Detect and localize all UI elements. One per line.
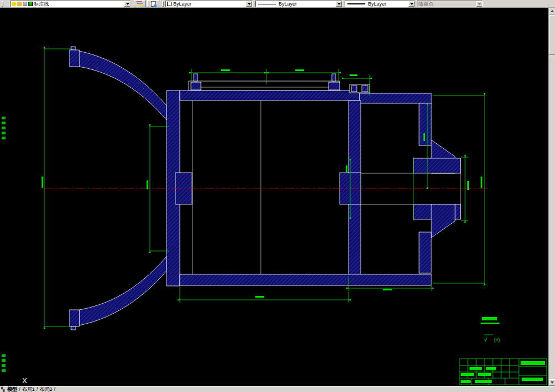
arrow-down-icon bbox=[551, 381, 554, 385]
make-object-layer-current-button[interactable] bbox=[147, 0, 159, 7]
lineweight-combo[interactable]: ByLayer bbox=[345, 1, 415, 7]
ucs-icon: X bbox=[22, 376, 27, 385]
tab-layout2[interactable]: 布局2 bbox=[38, 387, 53, 392]
plotstyle-combo: 随颜色 bbox=[417, 1, 483, 7]
layers-icon bbox=[137, 1, 143, 7]
cad-canvas[interactable]: √ (√) bbox=[0, 8, 548, 386]
layer-combo-dropdown-arrow[interactable] bbox=[124, 1, 130, 7]
linetype-combo-dropdown-arrow[interactable] bbox=[336, 1, 342, 7]
plotstyle-combo-value: 随颜色 bbox=[418, 1, 433, 7]
title-block[interactable] bbox=[460, 359, 547, 385]
layer-on-icon[interactable] bbox=[12, 2, 16, 6]
plotstyle-combo-dropdown-arrow bbox=[476, 1, 482, 7]
layer-freeze-icon[interactable] bbox=[17, 2, 22, 6]
color-swatch bbox=[167, 2, 171, 6]
color-combo-value: ByLayer bbox=[173, 1, 191, 7]
arrow-up-icon bbox=[551, 8, 554, 12]
toolbar-grip[interactable] bbox=[2, 1, 3, 7]
layer-lock-icon[interactable] bbox=[23, 2, 27, 6]
roughness-symbol-alt: (√) bbox=[494, 337, 500, 343]
roughness-symbol: √ bbox=[484, 336, 488, 343]
color-combo[interactable]: ByLayer bbox=[165, 1, 253, 7]
scroll-down-button[interactable] bbox=[549, 379, 555, 386]
scrollbar-thumb[interactable] bbox=[549, 15, 555, 55]
surface-finish-annotation[interactable]: √ (√) bbox=[481, 317, 500, 343]
margin-vertical-text bbox=[2, 117, 6, 372]
tab-model[interactable]: 模型 bbox=[6, 387, 18, 392]
tab-nav-icon[interactable]: ▚ bbox=[1, 387, 4, 392]
object-properties-toolbar: 标注线 ByLayer ByLayer ByLayer 随颜色 bbox=[0, 0, 555, 8]
layer-color-swatch bbox=[28, 2, 33, 6]
lineweight-sample-icon bbox=[347, 3, 365, 4]
vertical-scrollbar[interactable] bbox=[548, 8, 555, 386]
layer-sheet-icon bbox=[151, 1, 156, 7]
linetype-combo-value: ByLayer bbox=[279, 1, 297, 7]
ucs-x-label: X bbox=[22, 376, 27, 385]
layer-manager-button[interactable] bbox=[134, 0, 146, 7]
lineweight-combo-dropdown-arrow[interactable] bbox=[408, 1, 415, 7]
linetype-combo[interactable]: ByLayer bbox=[255, 1, 342, 7]
color-combo-dropdown-arrow[interactable] bbox=[246, 1, 252, 7]
layout-tab-bar: ▚ 模型 / 布局1 / 布局2 / bbox=[0, 386, 555, 392]
linetype-sample-icon bbox=[258, 4, 276, 4]
toolbar-grip-2[interactable] bbox=[162, 1, 164, 7]
layer-combo-value: 标注线 bbox=[34, 1, 49, 7]
tab-layout1[interactable]: 布局1 bbox=[21, 387, 36, 392]
drawing-area[interactable]: √ (√) bbox=[0, 8, 548, 386]
tab-separator: / bbox=[53, 387, 56, 392]
scroll-up-button[interactable] bbox=[549, 8, 555, 14]
layer-combo[interactable]: 标注线 bbox=[10, 1, 131, 7]
lineweight-combo-value: ByLayer bbox=[368, 1, 386, 7]
